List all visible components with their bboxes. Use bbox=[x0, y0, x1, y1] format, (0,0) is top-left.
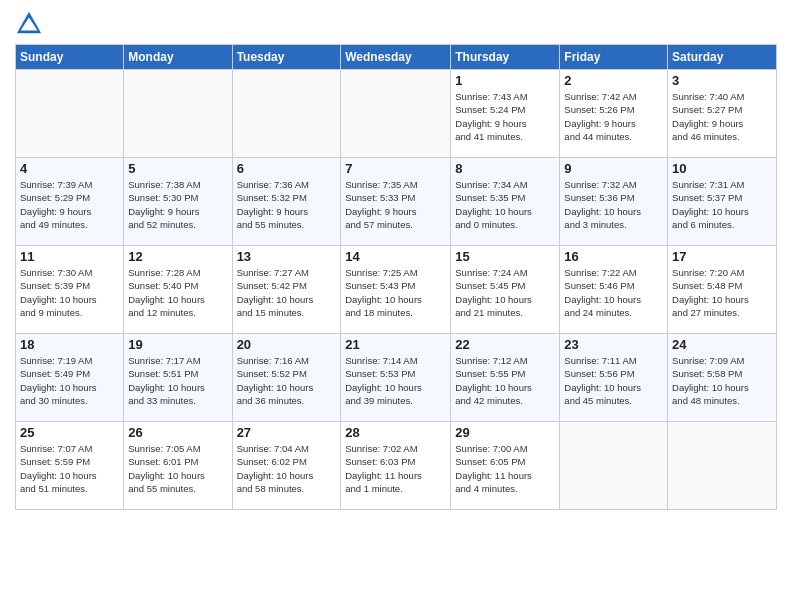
calendar-week-4: 18Sunrise: 7:19 AM Sunset: 5:49 PM Dayli… bbox=[16, 334, 777, 422]
day-info: Sunrise: 7:12 AM Sunset: 5:55 PM Dayligh… bbox=[455, 354, 555, 407]
calendar-cell: 29Sunrise: 7:00 AM Sunset: 6:05 PM Dayli… bbox=[451, 422, 560, 510]
day-info: Sunrise: 7:20 AM Sunset: 5:48 PM Dayligh… bbox=[672, 266, 772, 319]
calendar-cell: 20Sunrise: 7:16 AM Sunset: 5:52 PM Dayli… bbox=[232, 334, 341, 422]
day-number: 21 bbox=[345, 337, 446, 352]
weekday-header-tuesday: Tuesday bbox=[232, 45, 341, 70]
day-number: 24 bbox=[672, 337, 772, 352]
calendar-week-3: 11Sunrise: 7:30 AM Sunset: 5:39 PM Dayli… bbox=[16, 246, 777, 334]
calendar-cell: 5Sunrise: 7:38 AM Sunset: 5:30 PM Daylig… bbox=[124, 158, 232, 246]
calendar-cell: 22Sunrise: 7:12 AM Sunset: 5:55 PM Dayli… bbox=[451, 334, 560, 422]
calendar-cell: 16Sunrise: 7:22 AM Sunset: 5:46 PM Dayli… bbox=[560, 246, 668, 334]
day-info: Sunrise: 7:24 AM Sunset: 5:45 PM Dayligh… bbox=[455, 266, 555, 319]
day-number: 26 bbox=[128, 425, 227, 440]
calendar-cell: 14Sunrise: 7:25 AM Sunset: 5:43 PM Dayli… bbox=[341, 246, 451, 334]
day-number: 5 bbox=[128, 161, 227, 176]
page: SundayMondayTuesdayWednesdayThursdayFrid… bbox=[0, 0, 792, 612]
day-info: Sunrise: 7:17 AM Sunset: 5:51 PM Dayligh… bbox=[128, 354, 227, 407]
day-number: 4 bbox=[20, 161, 119, 176]
day-number: 10 bbox=[672, 161, 772, 176]
day-info: Sunrise: 7:35 AM Sunset: 5:33 PM Dayligh… bbox=[345, 178, 446, 231]
day-number: 19 bbox=[128, 337, 227, 352]
day-info: Sunrise: 7:05 AM Sunset: 6:01 PM Dayligh… bbox=[128, 442, 227, 495]
calendar-cell: 3Sunrise: 7:40 AM Sunset: 5:27 PM Daylig… bbox=[668, 70, 777, 158]
calendar-cell: 23Sunrise: 7:11 AM Sunset: 5:56 PM Dayli… bbox=[560, 334, 668, 422]
day-info: Sunrise: 7:14 AM Sunset: 5:53 PM Dayligh… bbox=[345, 354, 446, 407]
weekday-header-sunday: Sunday bbox=[16, 45, 124, 70]
calendar-cell: 18Sunrise: 7:19 AM Sunset: 5:49 PM Dayli… bbox=[16, 334, 124, 422]
day-number: 18 bbox=[20, 337, 119, 352]
day-info: Sunrise: 7:02 AM Sunset: 6:03 PM Dayligh… bbox=[345, 442, 446, 495]
day-info: Sunrise: 7:11 AM Sunset: 5:56 PM Dayligh… bbox=[564, 354, 663, 407]
day-info: Sunrise: 7:42 AM Sunset: 5:26 PM Dayligh… bbox=[564, 90, 663, 143]
calendar-cell: 27Sunrise: 7:04 AM Sunset: 6:02 PM Dayli… bbox=[232, 422, 341, 510]
day-info: Sunrise: 7:40 AM Sunset: 5:27 PM Dayligh… bbox=[672, 90, 772, 143]
day-info: Sunrise: 7:07 AM Sunset: 5:59 PM Dayligh… bbox=[20, 442, 119, 495]
day-info: Sunrise: 7:22 AM Sunset: 5:46 PM Dayligh… bbox=[564, 266, 663, 319]
day-info: Sunrise: 7:19 AM Sunset: 5:49 PM Dayligh… bbox=[20, 354, 119, 407]
calendar-cell: 26Sunrise: 7:05 AM Sunset: 6:01 PM Dayli… bbox=[124, 422, 232, 510]
day-number: 2 bbox=[564, 73, 663, 88]
calendar-cell: 6Sunrise: 7:36 AM Sunset: 5:32 PM Daylig… bbox=[232, 158, 341, 246]
calendar-cell: 13Sunrise: 7:27 AM Sunset: 5:42 PM Dayli… bbox=[232, 246, 341, 334]
day-number: 28 bbox=[345, 425, 446, 440]
day-number: 6 bbox=[237, 161, 337, 176]
calendar-header-row: SundayMondayTuesdayWednesdayThursdayFrid… bbox=[16, 45, 777, 70]
day-number: 7 bbox=[345, 161, 446, 176]
calendar-cell: 4Sunrise: 7:39 AM Sunset: 5:29 PM Daylig… bbox=[16, 158, 124, 246]
weekday-header-friday: Friday bbox=[560, 45, 668, 70]
calendar-cell bbox=[668, 422, 777, 510]
day-number: 16 bbox=[564, 249, 663, 264]
calendar-cell bbox=[560, 422, 668, 510]
weekday-header-monday: Monday bbox=[124, 45, 232, 70]
logo bbox=[15, 10, 47, 38]
day-number: 29 bbox=[455, 425, 555, 440]
day-info: Sunrise: 7:30 AM Sunset: 5:39 PM Dayligh… bbox=[20, 266, 119, 319]
weekday-header-thursday: Thursday bbox=[451, 45, 560, 70]
calendar-cell: 2Sunrise: 7:42 AM Sunset: 5:26 PM Daylig… bbox=[560, 70, 668, 158]
day-number: 23 bbox=[564, 337, 663, 352]
weekday-header-saturday: Saturday bbox=[668, 45, 777, 70]
day-number: 27 bbox=[237, 425, 337, 440]
day-number: 13 bbox=[237, 249, 337, 264]
day-number: 17 bbox=[672, 249, 772, 264]
header bbox=[15, 10, 777, 38]
day-number: 20 bbox=[237, 337, 337, 352]
calendar-cell: 24Sunrise: 7:09 AM Sunset: 5:58 PM Dayli… bbox=[668, 334, 777, 422]
calendar-table: SundayMondayTuesdayWednesdayThursdayFrid… bbox=[15, 44, 777, 510]
day-info: Sunrise: 7:38 AM Sunset: 5:30 PM Dayligh… bbox=[128, 178, 227, 231]
calendar-cell: 10Sunrise: 7:31 AM Sunset: 5:37 PM Dayli… bbox=[668, 158, 777, 246]
day-info: Sunrise: 7:09 AM Sunset: 5:58 PM Dayligh… bbox=[672, 354, 772, 407]
calendar-cell: 28Sunrise: 7:02 AM Sunset: 6:03 PM Dayli… bbox=[341, 422, 451, 510]
day-number: 3 bbox=[672, 73, 772, 88]
calendar-week-5: 25Sunrise: 7:07 AM Sunset: 5:59 PM Dayli… bbox=[16, 422, 777, 510]
calendar-cell bbox=[16, 70, 124, 158]
calendar-cell bbox=[341, 70, 451, 158]
day-info: Sunrise: 7:43 AM Sunset: 5:24 PM Dayligh… bbox=[455, 90, 555, 143]
day-number: 14 bbox=[345, 249, 446, 264]
day-info: Sunrise: 7:27 AM Sunset: 5:42 PM Dayligh… bbox=[237, 266, 337, 319]
day-number: 15 bbox=[455, 249, 555, 264]
logo-icon bbox=[15, 10, 43, 38]
weekday-header-wednesday: Wednesday bbox=[341, 45, 451, 70]
day-info: Sunrise: 7:34 AM Sunset: 5:35 PM Dayligh… bbox=[455, 178, 555, 231]
calendar-cell: 19Sunrise: 7:17 AM Sunset: 5:51 PM Dayli… bbox=[124, 334, 232, 422]
day-info: Sunrise: 7:16 AM Sunset: 5:52 PM Dayligh… bbox=[237, 354, 337, 407]
day-number: 25 bbox=[20, 425, 119, 440]
day-info: Sunrise: 7:31 AM Sunset: 5:37 PM Dayligh… bbox=[672, 178, 772, 231]
day-number: 12 bbox=[128, 249, 227, 264]
day-info: Sunrise: 7:04 AM Sunset: 6:02 PM Dayligh… bbox=[237, 442, 337, 495]
calendar-cell: 12Sunrise: 7:28 AM Sunset: 5:40 PM Dayli… bbox=[124, 246, 232, 334]
calendar-cell: 21Sunrise: 7:14 AM Sunset: 5:53 PM Dayli… bbox=[341, 334, 451, 422]
calendar-cell bbox=[124, 70, 232, 158]
day-info: Sunrise: 7:36 AM Sunset: 5:32 PM Dayligh… bbox=[237, 178, 337, 231]
calendar-cell: 17Sunrise: 7:20 AM Sunset: 5:48 PM Dayli… bbox=[668, 246, 777, 334]
calendar-week-2: 4Sunrise: 7:39 AM Sunset: 5:29 PM Daylig… bbox=[16, 158, 777, 246]
day-number: 8 bbox=[455, 161, 555, 176]
day-number: 11 bbox=[20, 249, 119, 264]
calendar-cell: 25Sunrise: 7:07 AM Sunset: 5:59 PM Dayli… bbox=[16, 422, 124, 510]
calendar-cell: 9Sunrise: 7:32 AM Sunset: 5:36 PM Daylig… bbox=[560, 158, 668, 246]
calendar-cell: 7Sunrise: 7:35 AM Sunset: 5:33 PM Daylig… bbox=[341, 158, 451, 246]
day-number: 9 bbox=[564, 161, 663, 176]
calendar-cell: 1Sunrise: 7:43 AM Sunset: 5:24 PM Daylig… bbox=[451, 70, 560, 158]
day-info: Sunrise: 7:32 AM Sunset: 5:36 PM Dayligh… bbox=[564, 178, 663, 231]
